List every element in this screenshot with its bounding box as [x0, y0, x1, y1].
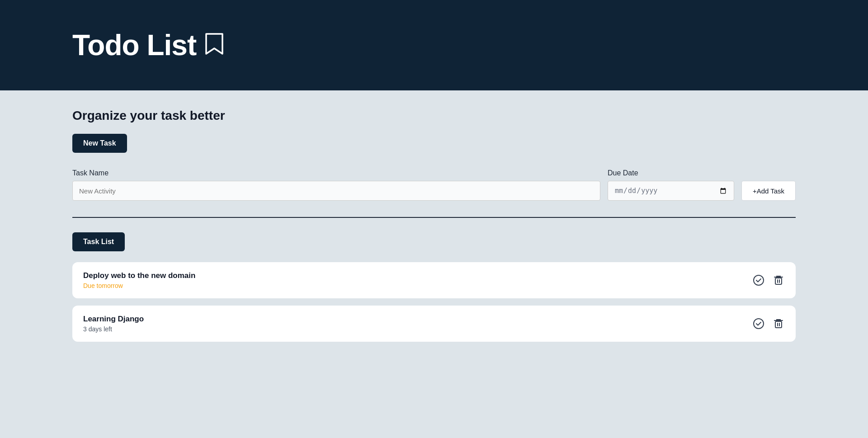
task-name-label: Task Name [72, 169, 600, 177]
main-content: Organize your task better New Task Task … [0, 90, 868, 438]
app-header: Todo List [0, 0, 868, 90]
svg-point-2 [754, 319, 764, 329]
task-title: Deploy web to the new domain [83, 271, 195, 280]
task-list-button[interactable]: Task List [72, 232, 125, 251]
delete-task-icon[interactable] [772, 317, 785, 330]
delete-task-icon[interactable] [772, 274, 785, 287]
due-date-group: Due Date [608, 169, 734, 201]
task-list: Deploy web to the new domain Due tomorro… [72, 262, 796, 342]
task-actions [752, 274, 785, 287]
task-form: Task Name Due Date +Add Task [72, 169, 796, 201]
section-divider [72, 217, 796, 218]
svg-point-0 [754, 275, 764, 285]
task-card: Learning Django 3 days left [72, 306, 796, 342]
page-subtitle: Organize your task better [72, 108, 796, 123]
task-info: Learning Django 3 days left [83, 315, 144, 333]
add-task-button[interactable]: +Add Task [741, 181, 796, 201]
task-name-group: Task Name [72, 169, 600, 201]
task-info: Deploy web to the new domain Due tomorro… [83, 271, 195, 289]
svg-rect-1 [775, 278, 782, 284]
app-title: Todo List [72, 28, 196, 62]
task-due: Due tomorrow [83, 282, 195, 289]
svg-rect-3 [775, 321, 782, 328]
task-name-input[interactable] [72, 181, 600, 201]
complete-task-icon[interactable] [752, 274, 765, 287]
bookmark-icon [204, 32, 224, 59]
task-actions [752, 317, 785, 330]
task-due: 3 days left [83, 325, 144, 333]
new-task-button[interactable]: New Task [72, 134, 127, 153]
complete-task-icon[interactable] [752, 317, 765, 330]
due-date-input[interactable] [608, 181, 734, 201]
task-card: Deploy web to the new domain Due tomorro… [72, 262, 796, 298]
task-title: Learning Django [83, 315, 144, 324]
due-date-label: Due Date [608, 169, 734, 177]
